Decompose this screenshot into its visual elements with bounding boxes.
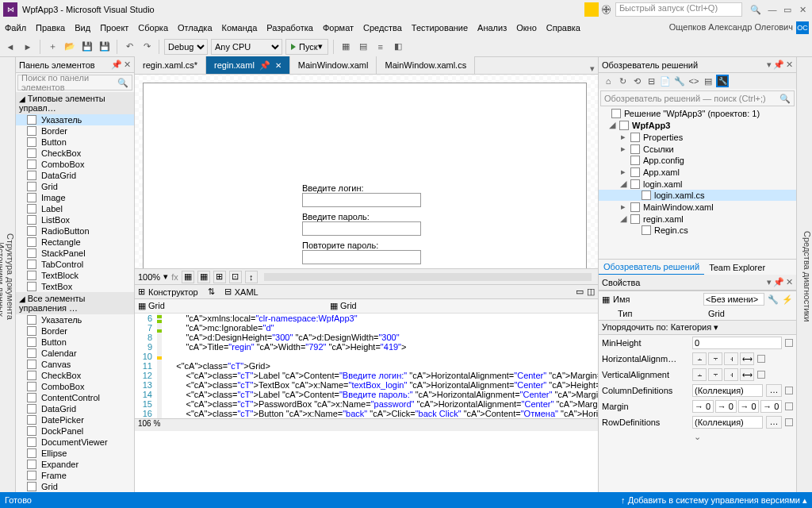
prop-marker[interactable] bbox=[757, 371, 765, 379]
xaml-tab[interactable]: ⊟ XAML bbox=[224, 287, 259, 297]
tab-regin-cs[interactable]: regin.xaml.cs* bbox=[135, 56, 206, 74]
toolbox-item[interactable]: Rectangle bbox=[16, 237, 134, 248]
menu-build[interactable]: Сборка bbox=[136, 21, 170, 34]
wrench-icon[interactable]: 🔧 bbox=[716, 75, 729, 87]
split-v-icon[interactable]: ◫ bbox=[587, 287, 595, 297]
menu-analyze[interactable]: Анализ bbox=[476, 21, 508, 34]
toolbox-item[interactable]: Image bbox=[16, 192, 134, 203]
signed-in-user[interactable]: Ощепков Александр ОлеговичОС bbox=[669, 21, 809, 34]
home-icon[interactable]: ⌂ bbox=[602, 75, 615, 87]
design-surface[interactable]: Введите логин: Введите пароль: Повторите… bbox=[143, 83, 587, 268]
minimize-button[interactable]: — bbox=[766, 5, 779, 14]
toolbox-item[interactable]: Grid bbox=[16, 481, 134, 492]
tab-solution-explorer[interactable]: Обозреватель решений bbox=[599, 260, 704, 275]
menu-test[interactable]: Тестирование bbox=[410, 21, 469, 34]
menu-project[interactable]: Проект bbox=[98, 21, 130, 34]
login-input[interactable] bbox=[302, 193, 421, 207]
align-button[interactable]: ⟷ bbox=[740, 368, 754, 381]
dropdown-icon[interactable]: ▾ bbox=[767, 60, 772, 70]
menu-view[interactable]: Вид bbox=[73, 21, 92, 34]
toolbox-item[interactable]: Указатель bbox=[16, 114, 134, 125]
margin-input[interactable]: → 0 bbox=[715, 400, 737, 413]
properties-icon[interactable]: 🔧 bbox=[673, 75, 686, 87]
prop-marker[interactable] bbox=[757, 355, 765, 363]
zoom-btn-1[interactable]: ▦ bbox=[182, 271, 194, 283]
toolbox-item[interactable]: CheckBox bbox=[16, 148, 134, 159]
save-all-button[interactable]: 💾 bbox=[98, 40, 112, 54]
solution-tree[interactable]: Решение "WpfApp3" (проектов: 1) ◢WpfApp3… bbox=[599, 108, 796, 259]
data-sources-tab[interactable]: Источники данных bbox=[0, 67, 6, 492]
tab-regin-xaml[interactable]: regin.xaml📌✕ bbox=[206, 56, 290, 74]
speaker-icon[interactable]: 🕀 bbox=[602, 5, 611, 14]
preview-icon[interactable]: <> bbox=[688, 75, 700, 87]
toolbox-item[interactable]: DataGrid bbox=[16, 403, 134, 414]
tb-btn-1[interactable]: ▦ bbox=[339, 40, 353, 54]
toolbox-group-all[interactable]: ◢ Все элементы управления … bbox=[16, 292, 134, 314]
menu-design[interactable]: Разработка bbox=[265, 21, 315, 34]
zoom-btn-3[interactable]: ⊞ bbox=[213, 271, 226, 283]
close-button[interactable]: ✕ bbox=[796, 5, 809, 15]
toolbox-item[interactable]: Frame bbox=[16, 470, 134, 481]
crumb-left[interactable]: ▦ Grid bbox=[138, 301, 165, 311]
toolbox-item[interactable]: Button bbox=[16, 137, 134, 148]
toolbox-item[interactable]: Border bbox=[16, 125, 134, 137]
toolbox-item[interactable]: Button bbox=[16, 337, 134, 348]
ellipsis-button[interactable]: … bbox=[766, 416, 782, 429]
toolbox-item[interactable]: Указатель bbox=[16, 314, 134, 325]
undo-button[interactable]: ↶ bbox=[122, 40, 136, 54]
toolbox-item[interactable]: ListBox bbox=[16, 214, 134, 225]
pin-icon[interactable]: 📌 bbox=[259, 60, 270, 71]
repeat-password-input[interactable] bbox=[302, 250, 421, 264]
toolbox-item[interactable]: DataGrid bbox=[16, 170, 134, 181]
toolbox-item[interactable]: TextBox bbox=[16, 281, 134, 292]
save-button[interactable]: 💾 bbox=[80, 40, 94, 54]
align-button[interactable]: ⫠ bbox=[692, 352, 707, 365]
tab-mainwindow-cs[interactable]: MainWindow.xaml.cs bbox=[377, 56, 475, 74]
tabs-overflow-button[interactable]: ▾ bbox=[587, 64, 598, 74]
pin-icon[interactable]: 📌 bbox=[773, 60, 784, 70]
notification-icon[interactable] bbox=[584, 2, 599, 17]
tb-btn-3[interactable]: ≡ bbox=[373, 40, 388, 54]
sort-label[interactable]: Упорядочить по: Категория ▾ bbox=[602, 322, 718, 333]
prop-name-input[interactable]: <Без имени> bbox=[703, 293, 764, 306]
doc-outline-tab[interactable]: Структура документа bbox=[6, 60, 15, 492]
tab-team-explorer[interactable]: Team Explorer bbox=[704, 260, 770, 275]
run-button[interactable]: Пуск ▾ bbox=[285, 39, 328, 55]
categorize-icon[interactable]: ▦ bbox=[602, 294, 610, 305]
toolbox-item[interactable]: Calendar bbox=[16, 348, 134, 359]
toolbox-item[interactable]: Canvas bbox=[16, 359, 134, 370]
align-button[interactable]: ⫟ bbox=[708, 352, 722, 365]
open-button[interactable]: 📂 bbox=[63, 40, 77, 54]
close-icon[interactable]: ✕ bbox=[275, 61, 282, 70]
prop-marker[interactable] bbox=[785, 418, 793, 426]
align-button[interactable]: ⫞ bbox=[724, 368, 738, 381]
margin-input[interactable]: → 0 bbox=[760, 400, 782, 413]
config-select[interactable]: Debug bbox=[164, 39, 208, 55]
toolbox-item[interactable]: Label bbox=[16, 203, 134, 214]
prop-marker[interactable] bbox=[785, 339, 793, 347]
toolbox-item[interactable]: TabControl bbox=[16, 259, 134, 270]
quick-launch-input[interactable]: Быстрый запуск (Ctrl+Q) bbox=[615, 2, 742, 17]
toolbox-item[interactable]: DocumentViewer bbox=[16, 437, 134, 448]
maximize-button[interactable]: ▭ bbox=[781, 5, 794, 15]
toolbox-item[interactable]: ComboBox bbox=[16, 159, 134, 170]
code-zoom[interactable]: 106 % bbox=[135, 418, 598, 431]
toolbox-item[interactable]: RadioButton bbox=[16, 225, 134, 237]
nav-back-button[interactable]: ◄ bbox=[3, 40, 17, 54]
menu-debug[interactable]: Отладка bbox=[176, 21, 213, 34]
toolbox-item[interactable]: StackPanel bbox=[16, 248, 134, 259]
toolbox-group-common[interactable]: ◢ Типовые элементы управл… bbox=[16, 92, 134, 114]
sync-icon[interactable]: ⟲ bbox=[630, 75, 643, 87]
toolbox-search-input[interactable]: Поиск по панели элементов🔍 bbox=[17, 75, 132, 90]
redo-button[interactable]: ↷ bbox=[140, 40, 154, 54]
menu-window[interactable]: Окно bbox=[515, 21, 538, 34]
pin-icon[interactable]: 📌 bbox=[773, 277, 784, 287]
new-file-button[interactable]: ＋ bbox=[45, 40, 59, 54]
close-icon[interactable]: ✕ bbox=[786, 60, 793, 70]
close-icon[interactable]: ✕ bbox=[786, 277, 793, 287]
prop-marker[interactable] bbox=[785, 387, 793, 394]
h-scroll[interactable] bbox=[264, 273, 592, 281]
toolbox-item[interactable]: DockPanel bbox=[16, 425, 134, 437]
search-icon[interactable]: 🔍 bbox=[750, 5, 761, 15]
status-vcs[interactable]: ↑ Добавить в систему управления версиями… bbox=[621, 495, 807, 506]
